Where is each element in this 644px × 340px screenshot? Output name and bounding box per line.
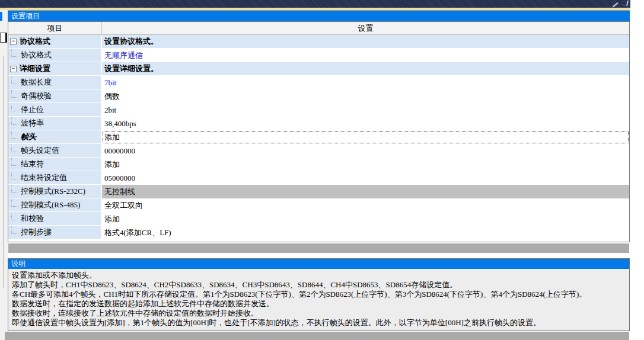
explanation-line: 添加了帧头时，CH1中SD8623、SD8624、CH2中SD8633、SD86…	[12, 280, 626, 290]
row-label: 协议格式	[20, 36, 50, 47]
tree-connector-icon	[11, 49, 18, 57]
row-value: 无控制线	[104, 187, 135, 197]
table-row-selected: 帧头 添加	[8, 130, 629, 144]
table-row: 数据长度 7bit	[8, 76, 629, 89]
explanation-line: 数据接收时，连续接收了上述软元件中存储的设定值的数据时开始接收。	[12, 309, 626, 318]
explanation-line: 各CH最多可添加4个帧头，CH1时如下所示存储设定值。第1个为SD8623(下位…	[12, 290, 626, 299]
table-row: −协议格式 设置协议格式。	[8, 35, 629, 49]
tree-connector-icon	[11, 131, 18, 139]
row-value: 设置协议格式。	[104, 36, 158, 47]
explanation-line: 即使通信设置中帧头设置为[添加]，第1个帧头的值为[00H]时，也处于[不添加]…	[12, 318, 626, 328]
row-value-cell-focused[interactable]: 添加	[102, 130, 629, 144]
tree-connector-icon	[11, 213, 18, 220]
row-item-cell[interactable]: 结束符设定值	[8, 171, 102, 185]
row-item-cell[interactable]: −详细设置	[8, 62, 102, 76]
row-label: 帧头	[21, 131, 36, 142]
settings-panel-title: 设置项目	[8, 11, 630, 21]
row-label: 结束符设定值	[21, 172, 67, 183]
row-value-cell[interactable]: 7bit	[102, 76, 629, 89]
table-row: 结束符 添加	[8, 158, 629, 171]
row-item-cell[interactable]: 帧头	[8, 130, 102, 144]
row-value-cell[interactable]: 05000000	[102, 171, 629, 185]
table-row: 帧头设定值 00000000	[8, 144, 629, 158]
table-row: 控制模式(RS-232C) 无控制线	[8, 185, 629, 198]
docked-panel-border	[4, 56, 4, 288]
tree-connector-icon	[11, 117, 18, 125]
row-item-cell[interactable]: 控制步骤	[8, 226, 102, 239]
row-label: 奇偶校验	[21, 91, 52, 101]
row-label: 控制模式(RS-485)	[21, 200, 80, 210]
tree-collapse-icon[interactable]: −	[10, 66, 17, 72]
row-label: 数据长度	[21, 77, 52, 88]
row-value: 添加	[104, 159, 120, 170]
docked-panel-button-fragment[interactable]	[0, 33, 7, 43]
row-value: 添加	[104, 214, 120, 224]
panel-filler-area	[8, 243, 629, 253]
tree-connector-icon	[11, 185, 18, 193]
row-item-cell[interactable]: 波特率	[8, 117, 102, 130]
row-item-cell[interactable]: 和校验	[8, 212, 102, 226]
row-value: 偶数	[104, 91, 120, 102]
tree-connector-icon	[11, 104, 18, 111]
row-value-cell[interactable]: 添加	[102, 212, 629, 226]
row-item-cell[interactable]: 结束符	[8, 158, 102, 171]
tree-connector-icon	[11, 226, 18, 234]
explanation-panel: 说明 设置添加或不添加帧头。 添加了帧头时，CH1中SD8623、SD8624、…	[8, 258, 630, 331]
row-label: 控制步骤	[21, 227, 52, 238]
row-item-cell[interactable]: −协议格式	[8, 35, 102, 49]
row-value-cell[interactable]: 全双工双向	[102, 198, 629, 212]
row-item-cell[interactable]: 停止位	[8, 103, 102, 117]
row-item-cell[interactable]: 控制模式(RS-232C)	[8, 185, 102, 198]
row-value-cell[interactable]: 设置详细设置。	[102, 62, 629, 76]
row-value-cell[interactable]: 2bit	[102, 103, 629, 117]
window-bottom-strip	[5, 332, 629, 340]
settings-grid: 项目 设置 −协议格式 设置协议格式。 协议格式 无顺序通信 −详细设置 设置详…	[8, 21, 630, 242]
row-value-cell[interactable]: 00000000	[102, 144, 629, 158]
tree-connector-icon	[11, 76, 18, 84]
row-value-cell-disabled: 无控制线	[102, 185, 629, 198]
explanation-line: 数据发送时，在指定的发送数据的起始添加上述软元件中存储的数据并发送。	[12, 299, 626, 309]
settings-panel-title-label: 设置项目	[11, 12, 40, 20]
row-value-cell[interactable]: 无顺序通信	[102, 49, 629, 62]
row-value-cell[interactable]: 设置协议格式。	[102, 35, 629, 49]
tree-connector-icon	[11, 199, 18, 207]
row-value: 2bit	[104, 105, 116, 115]
row-item-cell[interactable]: 协议格式	[8, 49, 102, 62]
row-value-cell[interactable]: 偶数	[102, 89, 629, 103]
row-value-cell[interactable]: 格式4(添加CR、LF)	[102, 226, 629, 239]
table-row: −详细设置 设置详细设置。	[8, 62, 629, 76]
row-label: 控制模式(RS-232C)	[21, 186, 85, 197]
table-row: 控制模式(RS-485) 全双工双向	[8, 198, 629, 212]
table-row: 奇偶校验 偶数	[8, 89, 629, 103]
row-label: 协议格式	[21, 50, 52, 60]
table-row: 和校验 添加	[8, 212, 629, 226]
table-row: 波特率 38,400bps	[8, 117, 629, 130]
tree-connector-icon	[11, 172, 18, 179]
row-value-cell[interactable]: 添加	[102, 158, 629, 171]
docked-panel-header-fragment	[0, 12, 2, 21]
partial-arrow-icon	[610, 0, 618, 7]
explanation-title-label: 说明	[11, 259, 25, 268]
column-header-item: 项目	[8, 22, 102, 34]
row-label: 结束符	[21, 159, 44, 169]
tree-collapse-icon[interactable]: −	[10, 39, 17, 45]
row-label: 详细设置	[20, 63, 50, 74]
row-value: 无顺序通信	[104, 50, 143, 61]
row-item-cell[interactable]: 控制模式(RS-485)	[8, 198, 102, 212]
row-item-cell[interactable]: 帧头设定值	[8, 144, 102, 158]
row-label: 帧头设定值	[21, 145, 59, 156]
row-value: 00000000	[104, 146, 135, 156]
row-value: 38,400bps	[104, 119, 136, 129]
row-value-cell[interactable]: 38,400bps	[102, 117, 629, 130]
tree-connector-icon	[11, 90, 18, 98]
row-item-cell[interactable]: 奇偶校验	[8, 89, 102, 103]
docked-panel-sliver	[0, 10, 8, 340]
row-value: 格式4(添加CR、LF)	[104, 227, 171, 238]
partial-corner-icon	[621, 0, 629, 7]
row-value: 05000000	[104, 174, 135, 183]
row-item-cell[interactable]: 数据长度	[8, 76, 102, 89]
row-label: 停止位	[21, 104, 44, 115]
table-row: 协议格式 无顺序通信	[8, 49, 629, 62]
row-label: 和校验	[21, 213, 44, 224]
row-value: 7bit	[104, 78, 116, 88]
